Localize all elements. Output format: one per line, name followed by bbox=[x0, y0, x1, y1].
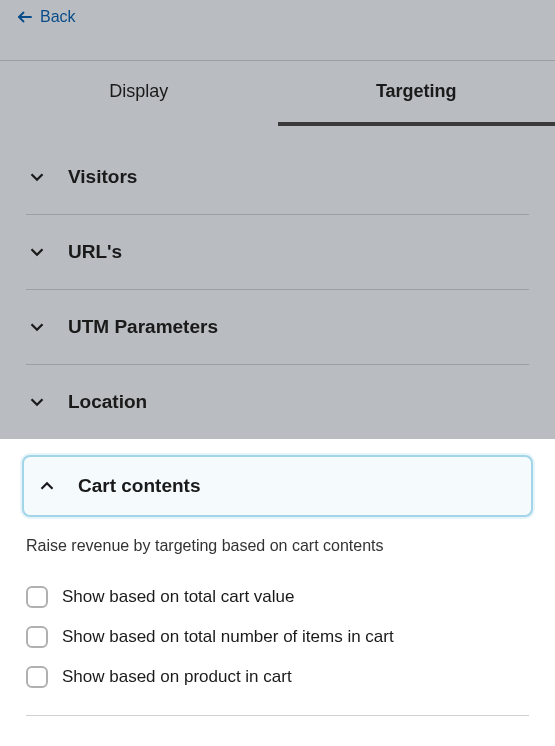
accordion-location[interactable]: Location bbox=[26, 365, 529, 439]
back-label: Back bbox=[40, 8, 76, 26]
checkbox[interactable] bbox=[26, 586, 48, 608]
option-total-items[interactable]: Show based on total number of items in c… bbox=[22, 617, 533, 657]
accordion-visitors[interactable]: Visitors bbox=[26, 126, 529, 215]
option-total-value[interactable]: Show based on total cart value bbox=[22, 577, 533, 617]
accordion-title: Visitors bbox=[68, 166, 137, 188]
checkbox[interactable] bbox=[26, 666, 48, 688]
arrow-left-icon bbox=[16, 8, 34, 26]
chevron-down-icon bbox=[26, 166, 48, 188]
accordion-title: Location bbox=[68, 391, 147, 413]
header-bar: Back bbox=[0, 0, 555, 60]
checkbox-label: Show based on total cart value bbox=[62, 587, 294, 607]
accordion-urls[interactable]: URL's bbox=[26, 215, 529, 290]
chevron-up-icon bbox=[36, 475, 58, 497]
chevron-down-icon bbox=[26, 241, 48, 263]
back-button[interactable]: Back bbox=[16, 8, 76, 26]
accordion-title: URL's bbox=[68, 241, 122, 263]
chevron-down-icon bbox=[26, 316, 48, 338]
accordion-cart-contents[interactable]: Cart contents bbox=[22, 455, 533, 517]
chevron-down-icon bbox=[26, 391, 48, 413]
tab-targeting[interactable]: Targeting bbox=[278, 61, 556, 126]
accordion-group-dimmed: Visitors URL's UTM Parameters Location bbox=[0, 126, 555, 439]
checkbox[interactable] bbox=[26, 626, 48, 648]
accordion-title: UTM Parameters bbox=[68, 316, 218, 338]
checkbox-label: Show based on product in cart bbox=[62, 667, 292, 687]
tab-display[interactable]: Display bbox=[0, 61, 278, 126]
option-product[interactable]: Show based on product in cart bbox=[22, 657, 533, 697]
cart-description: Raise revenue by targeting based on cart… bbox=[26, 537, 529, 555]
accordion-utm[interactable]: UTM Parameters bbox=[26, 290, 529, 365]
accordion-title: Cart contents bbox=[78, 475, 200, 497]
tabs: Display Targeting bbox=[0, 60, 555, 126]
cart-contents-panel: Cart contents Raise revenue by targeting… bbox=[0, 439, 555, 716]
divider bbox=[26, 715, 529, 716]
checkbox-label: Show based on total number of items in c… bbox=[62, 627, 394, 647]
